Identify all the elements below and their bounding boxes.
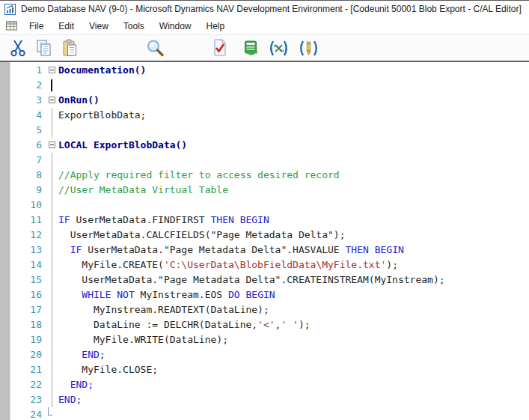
fold-extent-line [52,168,52,183]
code-lines: 1Documentation()23OnRun()4ExportBlobData… [10,63,529,420]
run-button[interactable] [242,37,260,59]
line-number: 3 [10,93,45,108]
code-line[interactable]: 10 [10,198,529,213]
app-icon [4,4,16,15]
fold-extent-line [52,153,52,168]
menu-help[interactable]: Help [199,19,233,34]
cut-button[interactable] [7,37,28,59]
code-text: IF UserMetaData."Page Metadata Delta".HA… [58,243,404,258]
paste-button[interactable] [59,37,81,59]
code-line[interactable]: 11IF UserMetaData.FINDFIRST THEN BEGIN [10,213,529,228]
menu-view[interactable]: View [82,19,116,34]
fold-collapse-icon[interactable] [49,67,55,73]
fold-margin [45,302,58,317]
code-line[interactable]: 14 MyFile.CREATE('C:\UserData\BlobFieldD… [10,258,529,273]
fold-extent-line [52,392,52,407]
code-line[interactable]: 19 MyFile.WRITE(DataLine); [10,332,529,347]
fold-collapse-icon[interactable] [49,141,55,148]
code-line[interactable]: 13 IF UserMetaData."Page Metadata Delta"… [10,243,529,258]
fold-margin [45,153,58,168]
code-line[interactable]: 2 [10,78,529,93]
fold-extent-line [52,317,52,332]
code-text: MyFile.CLOSE; [58,362,158,377]
cal-symbol-menu-button[interactable] [266,37,291,59]
code-line[interactable]: 20 END; [10,347,529,362]
line-number: 17 [10,302,45,317]
code-line[interactable]: 5 [10,123,529,138]
line-number: 12 [10,228,45,243]
fold-margin [45,392,58,407]
fold-margin [45,273,58,287]
code-line[interactable]: 12 UserMetaData.CALCFIELDS("Page Metadat… [10,228,529,243]
menu-edit[interactable]: Edit [51,19,82,34]
code-text: IF UserMetaData.FINDFIRST THEN BEGIN [58,213,269,228]
fold-extent-line [52,213,52,228]
menu-file[interactable]: File [22,19,51,34]
fold-extent-line [52,273,52,287]
code-line[interactable]: 15 UserMetaData."Page Metadata Delta".CR… [10,273,529,287]
code-line[interactable]: 18 DataLine := DELCHR(DataLine,'<',' '); [10,317,529,332]
code-line[interactable]: 9//User MetaData Virtual Table [10,183,529,198]
line-number: 2 [10,78,45,93]
line-number: 6 [10,138,45,153]
fold-margin [45,78,58,93]
fold-extent-line [52,258,52,273]
fold-margin [45,347,58,362]
code-text: END; [58,392,82,407]
fold-extent-line [52,287,52,302]
line-number: 15 [10,273,45,287]
line-number: 21 [10,362,45,377]
fold-margin [45,317,58,332]
fold-margin [45,183,58,198]
line-number: 24 [10,407,45,420]
fold-margin [45,168,58,183]
fold-extent-line [52,332,52,347]
document-system-menu-icon[interactable] [6,21,17,31]
fold-extent-line [52,302,52,317]
line-number: 23 [10,392,45,407]
fold-margin [45,108,58,123]
fold-extent-line [52,362,52,377]
menu-tools[interactable]: Tools [116,19,152,34]
code-line[interactable]: 24 [10,407,529,420]
code-line[interactable]: 4ExportBlobData; [10,108,529,123]
code-line[interactable]: 6LOCAL ExportBlobData() [10,138,529,153]
find-button[interactable] [144,37,167,60]
code-text: //Apply required filter to access desire… [58,168,340,183]
fold-margin [45,123,58,138]
code-line[interactable]: 1Documentation() [10,63,529,78]
line-number: 18 [10,317,45,332]
window-title: Demo Database NAV (9-0) - Microsoft Dyna… [21,4,522,14]
fold-extent-line [52,108,52,123]
compile-icon [212,38,228,58]
line-number: 4 [10,108,45,123]
cut-icon [9,38,27,58]
code-line[interactable]: 3OnRun() [10,93,529,108]
code-text: MyFile.CREATE('C:\UserData\BlobFieldData… [58,258,398,273]
line-number: 1 [10,63,45,78]
code-line[interactable]: 21 MyFile.CLOSE; [10,362,529,377]
fold-margin [45,243,58,258]
code-text: MyFile.WRITE(DataLine); [58,332,228,347]
code-line[interactable]: 22 END; [10,377,529,392]
code-line[interactable]: 8//Apply required filter to access desir… [10,168,529,183]
fold-extent-line [52,377,52,392]
line-number: 19 [10,332,45,347]
fold-margin [45,63,58,78]
copy-button[interactable] [33,37,55,59]
code-text: UserMetaData."Page Metadata Delta".CREAT… [58,273,445,287]
code-line[interactable]: 16 WHILE NOT MyInstream.EOS DO BEGIN [10,287,529,302]
code-line[interactable]: 23END; [10,392,529,407]
fold-extent-line [52,198,52,213]
code-line[interactable]: 17 MyInstream.READTEXT(DataLine); [10,302,529,317]
compile-button[interactable] [210,37,230,59]
fold-margin [45,362,58,377]
fold-margin [45,332,58,347]
cal-code-button[interactable] [297,37,320,59]
menu-window[interactable]: Window [152,19,199,34]
code-editor[interactable]: 1Documentation()23OnRun()4ExportBlobData… [0,62,529,420]
fold-margin [45,407,58,420]
fold-margin [45,228,58,243]
fold-collapse-icon[interactable] [49,97,55,103]
code-line[interactable]: 7 [10,153,529,168]
